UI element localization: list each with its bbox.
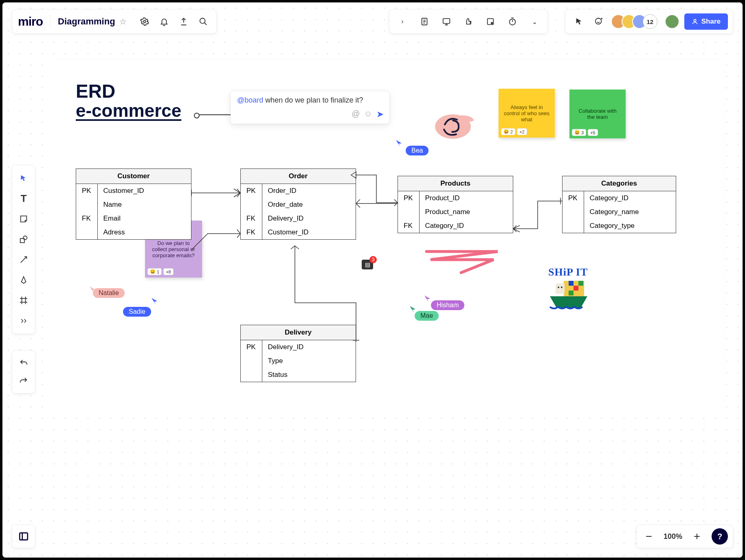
svg-point-13: [561, 287, 563, 288]
mention: @board: [237, 96, 263, 104]
cursor-sadie: Sadie: [123, 307, 151, 317]
text-tool[interactable]: T: [15, 190, 33, 208]
vote-icon[interactable]: [461, 14, 476, 29]
reaction-chip[interactable]: +8: [163, 268, 174, 275]
title-line1: ERD: [76, 82, 181, 101]
emoji-icon[interactable]: ☺: [364, 109, 372, 120]
frame-tool[interactable]: [15, 291, 33, 309]
svg-point-34: [23, 236, 27, 240]
reaction-chip[interactable]: 😀 3: [572, 129, 586, 136]
reactions-icon[interactable]: [591, 14, 606, 29]
svg-rect-11: [556, 283, 565, 294]
arrow-tool[interactable]: [15, 251, 33, 269]
table-body: PKProduct_IDProduct_nameFKCategory_ID: [398, 191, 513, 233]
cursor-select-icon[interactable]: [572, 14, 587, 29]
timer-icon[interactable]: [505, 14, 520, 29]
select-tool[interactable]: [15, 169, 33, 187]
redo-button[interactable]: [15, 372, 33, 390]
svg-rect-40: [20, 533, 28, 540]
ship-it-sticker[interactable]: SHiP IT: [548, 266, 589, 313]
comment-connector: [196, 114, 231, 115]
comment-mode-icon[interactable]: [483, 14, 498, 29]
cursor-mae: Mae: [415, 311, 439, 321]
minimap-toggle[interactable]: [12, 525, 35, 548]
comment-thread-icon[interactable]: ▤ 3: [362, 260, 373, 269]
svg-point-14: [143, 20, 146, 23]
reaction-chip[interactable]: 😀 2: [501, 128, 515, 135]
table-body: PKCustomer_IDNameFKEmailAdress: [76, 184, 191, 239]
zoom-out-button[interactable]: [642, 529, 656, 544]
sticky-yellow[interactable]: Always feel in control of who sees what …: [499, 89, 555, 138]
svg-rect-7: [569, 281, 574, 286]
more-apps-icon[interactable]: ⌄: [527, 14, 542, 29]
table-customer[interactable]: Customer PKCustomer_IDNameFKEmailAdress: [76, 168, 191, 240]
reaction-chip[interactable]: +5: [588, 129, 598, 136]
table-products[interactable]: Products PKProduct_IDProduct_nameFKCateg…: [398, 176, 513, 233]
expand-icon[interactable]: ›: [395, 14, 410, 29]
avatar-count[interactable]: 12: [643, 14, 657, 29]
reaction-chip[interactable]: 😀 1: [147, 268, 162, 275]
sticky-green[interactable]: Collaborate with the team 😀 3 +5: [569, 90, 626, 138]
topbar-mid: › ⌄: [389, 10, 547, 33]
cursor-arrow-hisham: [424, 295, 431, 302]
mention-icon[interactable]: @: [352, 109, 360, 120]
cursor-arrow-bea: [395, 139, 403, 147]
pen-tool[interactable]: [15, 271, 33, 289]
send-icon[interactable]: ➤: [376, 109, 384, 120]
table-categories[interactable]: Categories PKCategory_IDCategory_nameCat…: [562, 176, 676, 233]
avatar-self[interactable]: [665, 14, 679, 29]
zoom-in-button[interactable]: [690, 529, 704, 544]
pointing-hand-sticker[interactable]: [433, 108, 477, 142]
cursor-bea: Bea: [406, 146, 429, 155]
title-line2: e-commerce: [76, 101, 181, 121]
export-icon[interactable]: [176, 14, 191, 29]
diagram-title[interactable]: ERD e-commerce: [76, 82, 181, 121]
cursor-arrow-sadie: [151, 297, 158, 304]
cursor-natalie: Natalie: [93, 288, 125, 298]
board-name[interactable]: Diagramming ☆: [58, 16, 127, 27]
reaction-chip[interactable]: +2: [517, 128, 527, 135]
svg-point-25: [491, 22, 493, 24]
undo-button[interactable]: [15, 354, 33, 372]
settings-icon[interactable]: [137, 14, 152, 29]
svg-point-12: [558, 287, 559, 288]
table-order[interactable]: Order PKOrder_IDOrder_dateFKDelivery_IDF…: [240, 168, 356, 240]
svg-point-29: [596, 18, 602, 24]
comment-text: @board when do we plan to finalize it?: [237, 96, 383, 105]
undo-redo-toolbar: [12, 351, 35, 393]
svg-line-35: [21, 257, 27, 263]
topbar-right: 12 Share: [565, 10, 733, 33]
comment-input-box[interactable]: @board when do we plan to finalize it? @…: [231, 91, 389, 124]
svg-rect-21: [443, 19, 450, 24]
miro-logo[interactable]: miro: [18, 15, 43, 28]
svg-rect-8: [574, 286, 578, 291]
collaborator-avatars[interactable]: 12: [611, 14, 657, 29]
svg-line-16: [204, 23, 207, 25]
freehand-squiggle[interactable]: [424, 248, 502, 277]
table-body: PKDelivery_IDTypeStatus: [241, 340, 356, 382]
svg-rect-9: [578, 281, 583, 286]
more-tools[interactable]: ››: [15, 312, 33, 330]
search-icon[interactable]: [196, 14, 211, 29]
left-toolbar: T ››: [12, 165, 35, 334]
svg-point-15: [200, 18, 205, 24]
svg-rect-10: [569, 291, 574, 295]
notes-icon[interactable]: [417, 14, 432, 29]
zoom-controls: 100% ?: [637, 525, 733, 548]
shape-tool[interactable]: [15, 230, 33, 248]
notifications-icon[interactable]: [157, 14, 171, 29]
table-body: PKOrder_IDOrder_dateFKDelivery_IDFKCusto…: [241, 184, 356, 239]
star-icon[interactable]: ☆: [119, 17, 127, 26]
sticky-tool[interactable]: [15, 210, 33, 228]
present-icon[interactable]: [439, 14, 454, 29]
zoom-level[interactable]: 100%: [664, 532, 682, 541]
chat-icon: ▤: [365, 261, 370, 268]
table-delivery[interactable]: Delivery PKDelivery_IDTypeStatus: [240, 325, 356, 382]
svg-point-32: [694, 20, 696, 22]
cursor-arrow-mae: [409, 305, 416, 313]
cursor-hisham: Hisham: [431, 300, 464, 310]
share-button[interactable]: Share: [684, 13, 728, 30]
help-button[interactable]: ?: [712, 528, 728, 545]
comment-count-badge: 3: [369, 256, 377, 263]
topbar-left: miro Diagramming ☆: [12, 10, 216, 33]
